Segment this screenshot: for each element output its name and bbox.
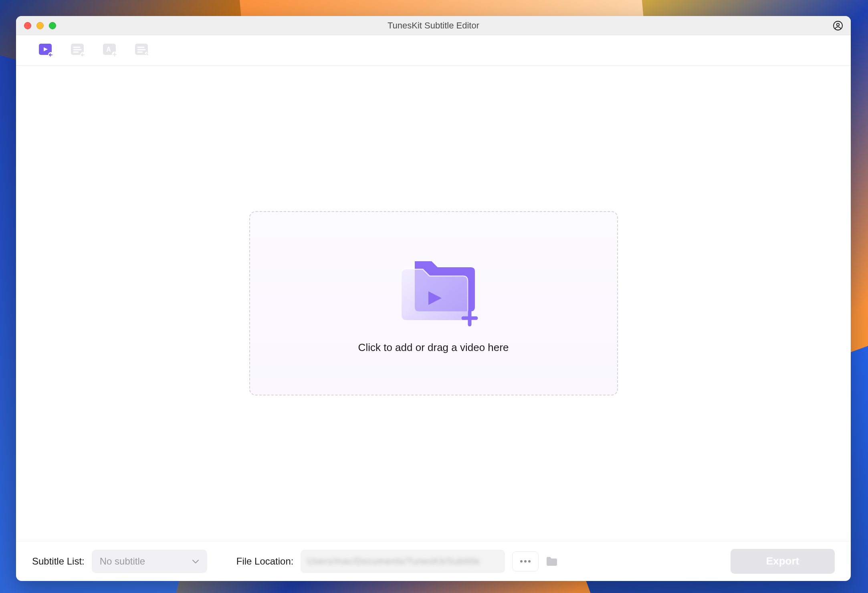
folder-icon [546, 556, 558, 567]
svg-text:A: A [106, 46, 111, 53]
import-subtitle-icon[interactable] [70, 43, 86, 58]
svg-point-20 [528, 560, 531, 563]
ellipsis-icon [519, 560, 531, 563]
svg-point-19 [524, 560, 527, 563]
toolbar: A [16, 35, 851, 66]
edit-subtitle-icon[interactable] [134, 43, 150, 58]
svg-point-1 [837, 23, 839, 26]
titlebar: TunesKit Subtitle Editor [16, 16, 851, 35]
more-options-button[interactable] [512, 551, 539, 571]
bottom-bar: Subtitle List: No subtitle File Location… [16, 541, 851, 581]
app-window: TunesKit Subtitle Editor [16, 16, 851, 581]
subtitle-style-icon[interactable]: A [102, 43, 118, 58]
svg-point-18 [520, 560, 523, 563]
subtitle-list-select[interactable]: No subtitle [92, 550, 207, 573]
chevron-down-icon [192, 559, 199, 564]
subtitle-list-label: Subtitle List: [32, 556, 85, 567]
maximize-button[interactable] [49, 22, 56, 29]
drop-zone[interactable]: Click to add or drag a video here [249, 211, 618, 395]
subtitle-list-value: No subtitle [100, 556, 145, 567]
folder-plus-icon [384, 249, 484, 329]
minimize-button[interactable] [36, 22, 44, 29]
import-video-icon[interactable] [38, 43, 54, 58]
account-icon[interactable] [833, 21, 843, 30]
file-location-field[interactable]: Users/mac/Documents/TunesKit/Subtitle [301, 550, 505, 573]
close-button[interactable] [24, 22, 31, 29]
traffic-lights [24, 22, 56, 29]
open-folder-button[interactable] [546, 556, 558, 567]
window-title: TunesKit Subtitle Editor [388, 20, 479, 31]
export-button[interactable]: Export [731, 549, 835, 574]
file-location-label: File Location: [236, 556, 294, 567]
export-button-label: Export [766, 555, 799, 567]
drop-zone-text: Click to add or drag a video here [358, 341, 509, 354]
file-location-value: Users/mac/Documents/TunesKit/Subtitle [307, 556, 480, 567]
main-content: Click to add or drag a video here [16, 66, 851, 541]
